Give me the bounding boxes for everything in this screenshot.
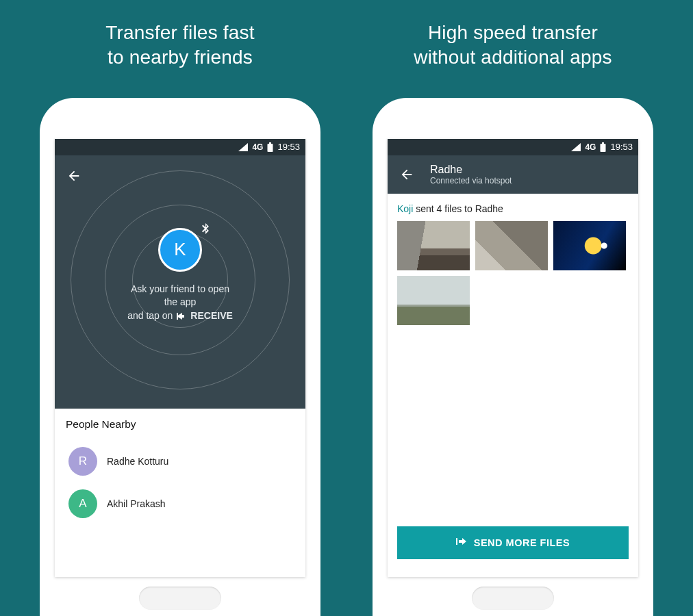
person-row[interactable]: R Radhe Kotturu (66, 440, 294, 483)
svg-rect-1 (268, 144, 273, 152)
transfer-summary: Koji sent 4 files to Radhe (397, 203, 629, 214)
promo-headline-right: High speed transfer without additional a… (414, 21, 612, 70)
clock-label: 19:53 (610, 142, 633, 152)
svg-rect-5 (456, 538, 457, 545)
avatar-letter: A (79, 497, 86, 511)
button-label: SEND MORE FILES (474, 537, 570, 548)
avatar-letter: K (174, 239, 186, 260)
radar-panel: K Ask your friend to open the app and ta… (55, 155, 305, 409)
app-bar: Radhe Connected via hotspot (388, 155, 638, 194)
appbar-subtitle: Connected via hotspot (430, 176, 512, 185)
radar-rings: K Ask your friend to open the app and ta… (71, 170, 290, 389)
person-avatar: A (68, 489, 97, 518)
network-label: 4G (585, 142, 596, 152)
receive-icon (177, 312, 186, 320)
home-button[interactable] (139, 587, 221, 610)
file-thumbnails (397, 221, 629, 325)
file-thumbnail[interactable] (553, 221, 626, 270)
phone-frame-left: 4G 19:53 (40, 98, 320, 616)
sender-name: Koji (397, 203, 413, 214)
person-name: Radhe Kotturu (107, 456, 168, 467)
transfer-summary-rest: sent 4 files to Radhe (413, 203, 503, 214)
arrow-left-icon (399, 167, 414, 182)
self-avatar: K (158, 228, 202, 272)
headline-line: High speed transfer (428, 22, 598, 43)
send-icon (456, 537, 467, 548)
screen-right: 4G 19:53 Radhe Connected via hotspot (388, 139, 638, 577)
bluetooth-icon (201, 223, 210, 236)
file-thumbnail[interactable] (475, 221, 548, 270)
headline-line: Transfer files fast (105, 22, 255, 43)
screen-left: 4G 19:53 (55, 139, 305, 577)
person-name: Akhil Prakash (107, 498, 166, 509)
svg-rect-4 (601, 144, 606, 152)
headline-line: without additional apps (414, 47, 612, 68)
svg-rect-0 (269, 142, 271, 144)
network-label: 4G (252, 142, 263, 152)
status-bar: 4G 19:53 (55, 139, 305, 155)
file-thumbnail[interactable] (397, 276, 470, 325)
hint-line: and tap on (127, 309, 173, 323)
send-more-files-button[interactable]: SEND MORE FILES (397, 526, 629, 559)
headline-line: to nearby friends (108, 47, 253, 68)
signal-icon (238, 143, 248, 151)
hint-line: Ask your friend to open the app (125, 283, 235, 309)
phone-frame-right: 4G 19:53 Radhe Connected via hotspot (373, 98, 653, 616)
svg-rect-3 (602, 142, 604, 144)
avatar-letter: R (79, 454, 87, 468)
appbar-title: Radhe (430, 164, 512, 176)
person-row[interactable]: A Akhil Prakash (66, 483, 294, 525)
status-bar: 4G 19:53 (388, 139, 638, 155)
people-nearby-section: People Nearby R Radhe Kotturu A Akhil Pr… (55, 409, 305, 577)
signal-icon (571, 143, 581, 151)
battery-icon (267, 142, 273, 152)
home-button[interactable] (472, 587, 554, 610)
clock-label: 19:53 (277, 142, 300, 152)
battery-icon (600, 142, 606, 152)
promo-headline-left: Transfer files fast to nearby friends (105, 21, 255, 70)
instruction-text: Ask your friend to open the app and tap … (125, 283, 235, 323)
file-thumbnail[interactable] (397, 221, 470, 270)
hint-action: RECEIVE (190, 309, 232, 323)
person-avatar: R (68, 447, 97, 476)
back-button[interactable] (396, 164, 418, 185)
people-nearby-title: People Nearby (66, 418, 294, 431)
transfer-content: Koji sent 4 files to Radhe SEND MORE FIL (388, 194, 638, 577)
